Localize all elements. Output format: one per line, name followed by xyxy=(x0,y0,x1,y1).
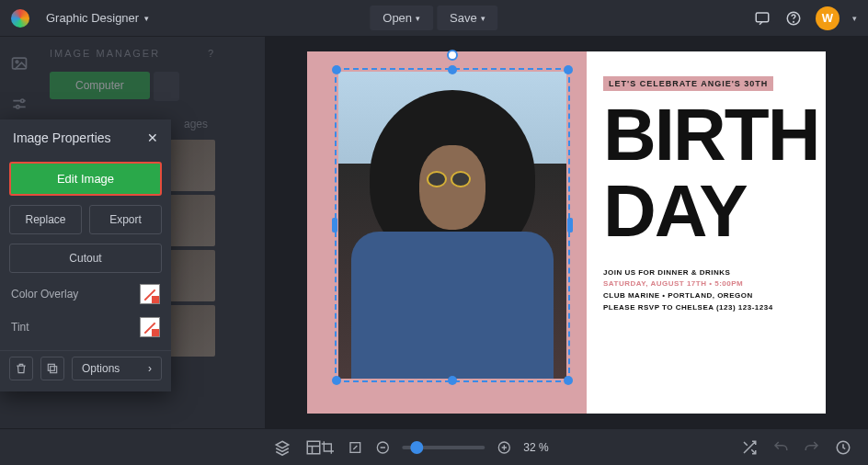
zoom-slider[interactable] xyxy=(402,446,485,449)
detail-line: CLUB MARINE • PORTLAND, OREGON xyxy=(603,290,809,302)
svg-point-6 xyxy=(17,106,19,108)
design-artboard[interactable]: LET'S CELEBRATE ANGIE'S 30TH BIRTH DAY J… xyxy=(307,51,826,414)
cutout-button[interactable]: Cutout xyxy=(9,244,162,273)
svg-point-2 xyxy=(794,21,794,22)
photo-content xyxy=(338,72,566,379)
celebrate-tag: LET'S CELEBRATE ANGIE'S 30TH xyxy=(603,76,773,91)
bottom-bar: 32 % xyxy=(0,428,868,465)
chevron-down-icon: ▾ xyxy=(481,14,485,23)
tint-swatch[interactable] xyxy=(140,317,160,337)
svg-rect-7 xyxy=(51,367,57,373)
zoom-in-icon[interactable] xyxy=(496,439,512,456)
svg-rect-9 xyxy=(307,441,320,454)
replace-button[interactable]: Replace xyxy=(9,205,82,234)
top-center-actions: Open▾ Save▾ xyxy=(370,6,497,30)
history-icon[interactable] xyxy=(835,439,851,456)
comment-icon[interactable] xyxy=(753,9,771,28)
svg-point-5 xyxy=(21,99,24,102)
image-properties-panel: Image Properties ✕ Edit Image Replace Ex… xyxy=(0,119,171,391)
canvas[interactable]: LET'S CELEBRATE ANGIE'S 30TH BIRTH DAY J… xyxy=(265,37,868,428)
color-overlay-swatch[interactable] xyxy=(140,284,160,304)
app-title-dropdown[interactable]: Graphic Designer ▾ xyxy=(46,11,149,25)
headline-line2: DAY xyxy=(603,180,809,244)
app-title-label: Graphic Designer xyxy=(46,11,139,25)
resize-handle-tm[interactable] xyxy=(448,65,457,74)
save-label: Save xyxy=(450,11,477,25)
delete-icon[interactable] xyxy=(9,357,33,380)
save-button[interactable]: Save▾ xyxy=(437,6,498,30)
options-dropdown[interactable]: Options › xyxy=(72,357,162,380)
rotate-handle[interactable] xyxy=(447,50,458,61)
image-tool-icon[interactable] xyxy=(9,53,29,74)
options-label: Options xyxy=(82,362,120,375)
export-button[interactable]: Export xyxy=(89,205,162,234)
svg-rect-3 xyxy=(13,58,27,69)
selected-image[interactable] xyxy=(335,68,570,382)
shuffle-icon[interactable] xyxy=(741,439,758,456)
resize-handle-ml[interactable] xyxy=(332,218,337,232)
expand-icon[interactable] xyxy=(347,439,363,456)
adjust-tool-icon[interactable] xyxy=(9,94,29,114)
resize-handle-bm[interactable] xyxy=(448,376,457,385)
layers-icon[interactable] xyxy=(274,439,291,456)
undo-icon[interactable] xyxy=(772,439,789,456)
zoom-thumb[interactable] xyxy=(411,441,424,454)
tint-label: Tint xyxy=(11,321,29,334)
resize-handle-br[interactable] xyxy=(564,376,573,385)
edit-image-button[interactable]: Edit Image xyxy=(9,162,162,196)
text-card: LET'S CELEBRATE ANGIE'S 30TH BIRTH DAY J… xyxy=(587,51,826,414)
color-overlay-label: Color Overlay xyxy=(11,288,78,301)
chevron-right-icon: › xyxy=(148,362,152,375)
svg-rect-0 xyxy=(756,13,769,22)
open-button[interactable]: Open▾ xyxy=(370,6,433,30)
zoom-out-icon[interactable] xyxy=(374,439,391,456)
top-bar: Graphic Designer ▾ Open▾ Save▾ W ▾ xyxy=(0,0,868,37)
help-icon[interactable] xyxy=(784,9,803,28)
chevron-down-icon: ▾ xyxy=(416,14,420,23)
resize-handle-tl[interactable] xyxy=(332,65,341,74)
detail-line-date: SATURDAY, AUGUST 17TH • 5:00PM xyxy=(603,278,809,290)
avatar-letter: W xyxy=(822,11,833,25)
panel-title: Image Properties xyxy=(13,130,111,145)
close-icon[interactable]: ✕ xyxy=(147,130,158,145)
duplicate-icon[interactable] xyxy=(40,357,64,380)
resize-handle-tr[interactable] xyxy=(564,65,573,74)
event-details: JOIN US FOR DINNER & DRINKS SATURDAY, AU… xyxy=(603,267,809,314)
redo-icon[interactable] xyxy=(804,439,820,456)
open-label: Open xyxy=(383,11,412,25)
svg-rect-8 xyxy=(48,364,54,370)
app-logo-icon xyxy=(11,9,29,28)
zoom-percent: 32 % xyxy=(523,441,548,454)
chevron-down-icon[interactable]: ▾ xyxy=(852,14,857,23)
detail-line: PLEASE RSVP TO CHELSEA (123) 123-1234 xyxy=(603,302,809,314)
svg-point-4 xyxy=(16,61,18,63)
headline-line1: BIRTH xyxy=(603,104,809,167)
top-right-actions: W ▾ xyxy=(753,6,857,30)
resize-handle-bl[interactable] xyxy=(332,376,341,385)
detail-line: JOIN US FOR DINNER & DRINKS xyxy=(603,267,809,279)
crop-icon[interactable] xyxy=(319,439,336,456)
chevron-down-icon: ▾ xyxy=(144,14,149,23)
resize-handle-mr[interactable] xyxy=(567,218,573,232)
user-avatar[interactable]: W xyxy=(816,6,839,30)
